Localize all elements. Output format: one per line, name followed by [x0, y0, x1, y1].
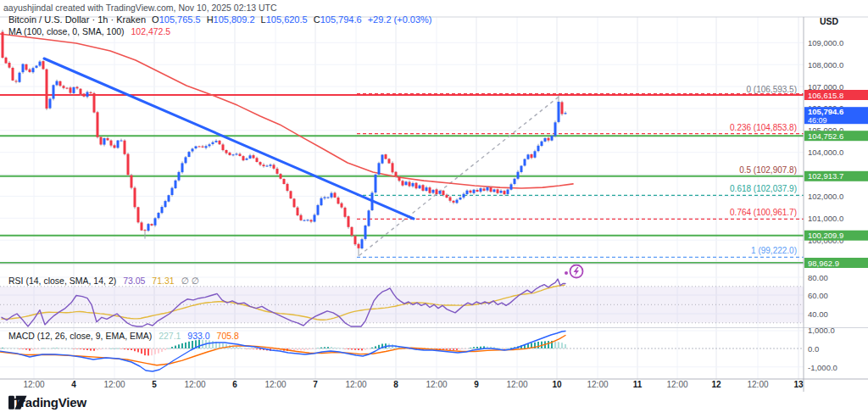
macd-hist-bar — [154, 348, 156, 354]
candle-body — [209, 144, 211, 146]
candle-body — [490, 187, 492, 192]
macd-hist-bar — [158, 348, 159, 354]
time-axis-label[interactable]: 12:00 — [587, 380, 608, 389]
candle-body — [239, 154, 242, 157]
candle-body — [93, 93, 96, 113]
symbol-title[interactable]: Bitcoin / U.S. Dollar · 1h · Kraken — [8, 14, 146, 25]
time-axis-label[interactable]: 11 — [633, 380, 643, 389]
candle-body — [25, 64, 28, 70]
macd-hist-bar — [100, 348, 102, 349]
macd-hist-bar — [171, 347, 173, 348]
tradingview-chart: aayushjindal created with TradingView.co… — [0, 0, 868, 418]
rsi-label[interactable]: RSI (14, close, SMA, 14, 2) — [8, 276, 116, 286]
candle-body — [171, 188, 174, 195]
time-axis-label[interactable]: 12:00 — [666, 380, 687, 389]
macd-hist-bar — [242, 348, 244, 349]
candle-body — [354, 236, 357, 244]
candle-body — [181, 163, 184, 172]
macd-axis-tick[interactable]: 1,000.0 — [808, 326, 835, 335]
candle-body — [402, 181, 404, 185]
candle-body — [331, 193, 333, 198]
descending-trendline[interactable] — [44, 59, 414, 219]
rsi-axis-tick[interactable]: 40.00 — [808, 309, 828, 319]
price-axis-tick[interactable]: 108,000.0 — [808, 60, 843, 70]
macd-hist-bar — [344, 348, 346, 349]
macd-axis-tick[interactable]: -1,000.0 — [808, 363, 837, 372]
price-axis-tick[interactable]: 101,000.0 — [808, 214, 843, 223]
candle-body — [429, 187, 431, 193]
ma-label[interactable]: MA (100, close, 0, SMA, 100) — [8, 26, 125, 36]
rsi-axis-tick[interactable]: 60.00 — [808, 291, 828, 300]
candle-body — [19, 73, 21, 82]
price-axis-tick[interactable]: 109,000.0 — [808, 38, 843, 47]
candle-body — [15, 81, 18, 81]
tradingview-logo[interactable]: TradingView — [8, 395, 86, 410]
macd-axis-tick[interactable]: 0.0 — [808, 344, 819, 354]
macd-hist-bar — [212, 341, 214, 348]
time-axis-label[interactable]: 7 — [313, 380, 318, 389]
rsi-axis-tick[interactable]: 80.00 — [808, 273, 828, 282]
candle-body — [358, 244, 360, 248]
price-level-label-text: 98,962.9 — [808, 259, 839, 268]
macd-hist-bar — [32, 348, 34, 350]
ma-value: 102,472.5 — [131, 26, 170, 36]
time-axis-label[interactable]: 8 — [393, 380, 398, 389]
time-axis-label[interactable]: 12:00 — [103, 380, 125, 389]
candle-body — [551, 136, 554, 141]
macd-hist-bar — [192, 341, 193, 348]
candle-body — [131, 176, 133, 188]
time-axis-label[interactable]: 12:00 — [23, 380, 44, 389]
candle-body — [178, 172, 181, 181]
time-axis-label[interactable]: 6 — [232, 380, 237, 389]
macd-hist-bar — [565, 344, 566, 348]
ma-legend[interactable]: MA (100, close, 0, SMA, 100) 102,472.5 — [8, 26, 170, 36]
price-axis-tick[interactable]: 104,000.0 — [808, 148, 843, 157]
macd-hist-bar — [70, 348, 71, 349]
macd-hist-bar — [46, 348, 47, 349]
time-axis-label[interactable]: 12:00 — [426, 380, 447, 389]
candle-body — [534, 151, 537, 158]
candle-body — [90, 92, 92, 93]
macd-label[interactable]: MACD (12, 26, close, 9, EMA, EMA) — [8, 331, 152, 341]
time-axis-label[interactable]: 9 — [474, 380, 479, 389]
candle-body — [198, 147, 201, 148]
rsi-legend[interactable]: RSI (14, close, SMA, 14, 2) 73.05 71.31 … — [8, 276, 199, 286]
macd-hist-bar — [554, 342, 556, 348]
candle-body — [436, 189, 438, 194]
macd-hist-bar — [500, 348, 502, 349]
chart-canvas[interactable]: USD109,000.0108,000.0107,000.0106,000.01… — [0, 0, 868, 418]
time-axis-label[interactable]: 12:00 — [184, 380, 205, 389]
symbol-legend[interactable]: Bitcoin / U.S. Dollar · 1h · Kraken O105… — [8, 14, 432, 25]
macd-hist-bar — [504, 348, 505, 349]
macd-hist-bar — [93, 348, 95, 351]
macd-hist-bar — [314, 348, 315, 349]
price-axis-tick[interactable]: 102,000.0 — [808, 192, 843, 201]
candle-body — [249, 155, 252, 159]
candle-body — [554, 122, 557, 136]
candle-body — [507, 190, 509, 194]
macd-hist-bar — [453, 348, 454, 350]
candle-body — [42, 61, 45, 69]
candle-body — [459, 198, 462, 199]
currency-label: USD — [820, 16, 839, 26]
macd-hist-bar — [86, 348, 88, 350]
time-axis-label[interactable]: 5 — [152, 380, 157, 389]
ma100-line[interactable] — [0, 34, 573, 188]
macd-legend[interactable]: MACD (12, 26, close, 9, EMA, EMA) 227.1 … — [8, 331, 239, 341]
time-axis-label[interactable]: 10 — [552, 380, 562, 389]
time-axis-label[interactable]: 12 — [711, 380, 721, 389]
macd-hist-bar — [324, 347, 326, 348]
time-axis-label[interactable]: 12:00 — [506, 380, 527, 389]
candle-body — [168, 195, 170, 202]
macd-hist-bar — [368, 348, 370, 349]
time-axis-label[interactable]: 12:00 — [747, 380, 768, 389]
candle-body — [395, 172, 398, 176]
time-axis-label[interactable]: 4 — [71, 380, 76, 389]
time-axis-label[interactable]: 12:00 — [264, 380, 286, 389]
macd-hist-bar — [497, 348, 498, 348]
candle-body — [222, 144, 225, 150]
time-axis-label[interactable]: 12:00 — [345, 380, 366, 389]
candle-body — [510, 184, 513, 189]
time-axis-label[interactable]: 13 — [793, 380, 804, 389]
candle-body — [348, 216, 350, 227]
